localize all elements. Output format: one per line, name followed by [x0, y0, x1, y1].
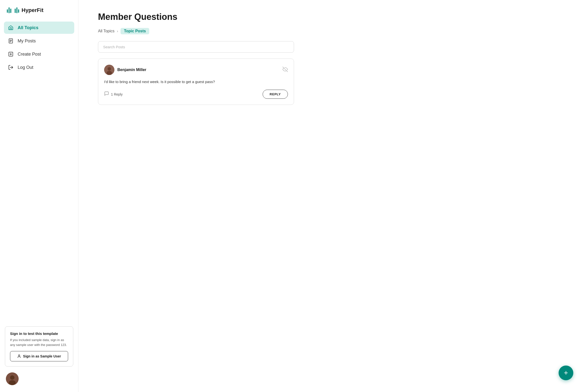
reply-button[interactable]: REPLY	[263, 90, 288, 99]
svg-point-13	[108, 67, 111, 70]
sidebar-item-create-post[interactable]: Create Post	[4, 48, 74, 60]
comment-icon	[104, 91, 109, 97]
sign-in-sample-user-button[interactable]: Sign in as Sample User	[10, 351, 68, 362]
sidebar: HyperFit All Topics My Po	[0, 0, 78, 392]
fab-button[interactable]: +	[558, 366, 573, 380]
reply-count-text: 1 Reply	[111, 92, 122, 96]
breadcrumb-parent[interactable]: All Topics	[98, 29, 114, 33]
main-content: Member Questions All Topics › Topic Post…	[78, 0, 588, 392]
eye-off-icon	[282, 67, 288, 73]
app-name: HyperFit	[22, 7, 43, 14]
logout-icon	[8, 65, 14, 70]
sign-in-box: Sign in to test this template If you inc…	[5, 326, 73, 366]
sign-in-title: Sign in to test this template	[10, 332, 68, 336]
chevron-right-icon: ›	[117, 29, 118, 33]
sign-in-button-label: Sign in as Sample User	[23, 354, 61, 358]
sidebar-item-label: Log Out	[18, 65, 33, 70]
avatar-row	[5, 370, 73, 387]
document-icon	[8, 38, 14, 44]
sign-in-desc: If you included sample data, sign in as …	[10, 338, 68, 347]
search-input[interactable]	[98, 41, 294, 53]
page-title: Member Questions	[98, 12, 568, 22]
fab-icon: +	[564, 369, 568, 377]
logo: HyperFit	[0, 0, 78, 20]
plus-square-icon	[8, 52, 14, 57]
sidebar-item-all-topics[interactable]: All Topics	[4, 22, 74, 34]
sidebar-item-label: All Topics	[18, 25, 38, 30]
post-author: Benjamin Miller	[104, 65, 146, 75]
logo-icon	[7, 7, 19, 14]
home-icon	[8, 25, 14, 30]
author-name: Benjamin Miller	[117, 68, 146, 72]
sidebar-item-label: Create Post	[18, 52, 41, 57]
breadcrumb: All Topics › Topic Posts	[98, 28, 568, 34]
post-content: I'd like to bring a friend next week. Is…	[104, 79, 288, 85]
sidebar-bottom: Sign in to test this template If you inc…	[0, 322, 78, 392]
post-card: Benjamin Miller I'd like to bring a frie…	[98, 58, 294, 105]
post-header: Benjamin Miller	[104, 65, 288, 75]
sidebar-item-log-out[interactable]: Log Out	[4, 61, 74, 74]
svg-point-8	[18, 355, 20, 356]
svg-point-10	[10, 375, 14, 380]
sidebar-nav: All Topics My Posts	[0, 20, 78, 322]
avatar-image	[6, 372, 18, 385]
post-footer: 1 Reply REPLY	[104, 90, 288, 99]
sidebar-item-label: My Posts	[18, 38, 36, 44]
svg-point-11	[9, 380, 16, 385]
sidebar-item-my-posts[interactable]: My Posts	[4, 35, 74, 47]
reply-count: 1 Reply	[104, 91, 122, 97]
user-icon	[17, 354, 21, 358]
author-avatar	[104, 65, 114, 75]
search-container	[98, 41, 568, 53]
breadcrumb-current: Topic Posts	[120, 28, 150, 34]
avatar	[6, 372, 18, 385]
